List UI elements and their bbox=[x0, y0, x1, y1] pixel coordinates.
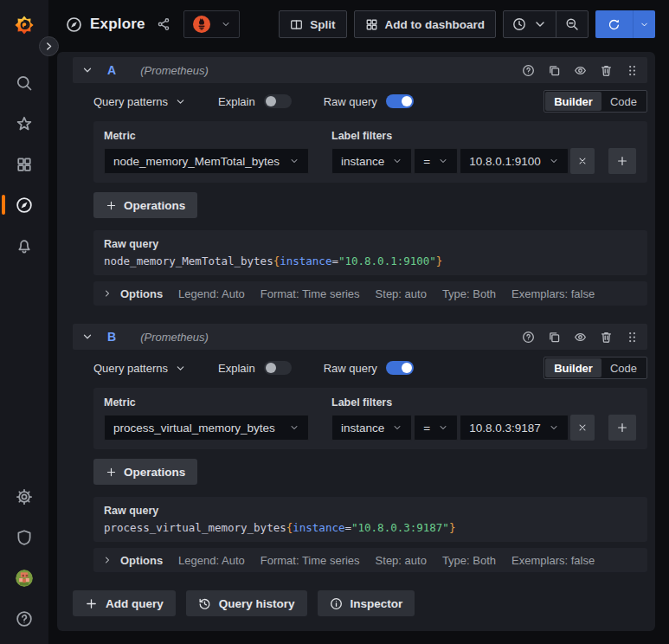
query-remove-button[interactable] bbox=[600, 331, 613, 344]
raw-close-brace: } bbox=[449, 521, 456, 534]
filter-operator-select[interactable]: = bbox=[414, 148, 458, 174]
metric-label: Metric bbox=[104, 396, 309, 409]
query-history-button[interactable]: Query history bbox=[186, 590, 307, 616]
chevron-down-icon bbox=[549, 156, 559, 166]
inspector-button[interactable]: Inspector bbox=[318, 590, 415, 616]
filter-key-select[interactable]: instance bbox=[331, 415, 412, 441]
add-filter-button[interactable] bbox=[608, 148, 636, 174]
explain-toggle[interactable] bbox=[264, 361, 292, 375]
refresh-button-group bbox=[595, 10, 655, 38]
raw-query-toggle[interactable] bbox=[386, 94, 414, 108]
metric-field-group: Metric node_memory_MemTotal_bytes bbox=[104, 130, 309, 174]
plus-icon bbox=[616, 155, 628, 167]
query-patterns-label: Query patterns bbox=[93, 362, 168, 375]
drag-handle-icon bbox=[626, 331, 639, 344]
chevron-down-icon bbox=[640, 20, 649, 29]
sidebar-item-profile[interactable] bbox=[0, 557, 48, 598]
chevron-down-icon bbox=[175, 96, 186, 107]
query-ref-id: B bbox=[107, 330, 116, 344]
query-a-actions bbox=[522, 64, 639, 77]
editor-mode-switch: Builder Code bbox=[544, 90, 647, 113]
options-type: Type: Both bbox=[442, 287, 496, 300]
add-query-button[interactable]: Add query bbox=[73, 590, 176, 616]
trash-icon bbox=[600, 331, 613, 344]
add-filter-button[interactable] bbox=[608, 415, 636, 441]
history-icon bbox=[198, 597, 211, 610]
add-operation-button[interactable]: Operations bbox=[93, 459, 197, 485]
query-patterns-dropdown[interactable]: Query patterns bbox=[93, 362, 186, 375]
explain-toggle[interactable] bbox=[264, 94, 292, 108]
options-type: Type: Both bbox=[442, 554, 496, 567]
options-format: Format: Time series bbox=[261, 287, 360, 300]
raw-query-panel: Raw query node_memory_MemTotal_bytes{ins… bbox=[93, 230, 647, 275]
add-panel-icon bbox=[365, 18, 378, 31]
builder-mode-button[interactable]: Builder bbox=[545, 92, 601, 111]
query-options-collapse[interactable]: Options Legend: Auto Format: Time series… bbox=[93, 548, 647, 572]
filter-value-select[interactable]: 10.8.0.3:9187 bbox=[460, 415, 569, 441]
remove-filter-button[interactable] bbox=[570, 148, 595, 174]
sidebar-item-help[interactable] bbox=[0, 598, 48, 639]
query-b-builder: Metric process_virtual_memory_bytes Labe… bbox=[93, 388, 647, 449]
zoom-out-button[interactable] bbox=[556, 11, 588, 37]
run-query-interval-button[interactable] bbox=[633, 10, 655, 38]
code-mode-button[interactable]: Code bbox=[601, 358, 646, 377]
options-legend: Legend: Auto bbox=[178, 287, 245, 300]
trash-icon bbox=[600, 64, 613, 77]
query-drag-handle[interactable] bbox=[626, 64, 639, 77]
sidebar-item-starred[interactable] bbox=[0, 103, 48, 144]
sidebar-item-explore[interactable] bbox=[0, 184, 48, 225]
query-patterns-label: Query patterns bbox=[93, 95, 168, 108]
plus-icon bbox=[106, 467, 117, 478]
sidebar-item-alerting[interactable] bbox=[0, 225, 48, 266]
builder-mode-button[interactable]: Builder bbox=[545, 358, 601, 377]
raw-label-value: "10.8.0.1:9100" bbox=[338, 254, 436, 267]
query-help-button[interactable] bbox=[522, 331, 535, 344]
query-help-button[interactable] bbox=[522, 64, 535, 77]
remove-filter-button[interactable] bbox=[570, 415, 595, 441]
add-operation-button[interactable]: Operations bbox=[93, 192, 197, 218]
sidebar-item-dashboards[interactable] bbox=[0, 144, 48, 184]
filter-operator-select[interactable]: = bbox=[414, 415, 458, 441]
topbar-actions: Split Add to dashboard bbox=[279, 10, 655, 38]
filter-key-select[interactable]: instance bbox=[331, 148, 412, 174]
share-button[interactable] bbox=[157, 17, 170, 31]
chevron-right-icon bbox=[102, 555, 113, 565]
sidebar-item-server-admin[interactable] bbox=[0, 517, 48, 557]
compass-icon bbox=[16, 196, 33, 214]
sidebar-nav-top bbox=[0, 62, 48, 266]
dashboards-grid-icon bbox=[16, 156, 33, 173]
query-ref-id: A bbox=[107, 63, 116, 77]
chevron-right-icon bbox=[102, 288, 113, 299]
query-disable-button[interactable] bbox=[574, 64, 587, 77]
metric-select[interactable]: process_virtual_memory_bytes bbox=[104, 415, 309, 441]
sidebar-expand-button[interactable] bbox=[39, 36, 59, 56]
add-to-dashboard-button[interactable]: Add to dashboard bbox=[354, 10, 497, 38]
metric-value: process_virtual_memory_bytes bbox=[113, 422, 275, 435]
sidebar-item-search[interactable] bbox=[0, 62, 48, 103]
code-mode-button[interactable]: Code bbox=[601, 92, 646, 111]
query-b-header[interactable]: B (Prometheus) bbox=[73, 324, 647, 350]
raw-query-toggle[interactable] bbox=[386, 361, 414, 375]
query-patterns-dropdown[interactable]: Query patterns bbox=[93, 95, 186, 108]
sidebar bbox=[0, 0, 48, 644]
query-options-collapse[interactable]: Options Legend: Auto Format: Time series… bbox=[93, 281, 647, 306]
sidebar-item-configuration[interactable] bbox=[0, 476, 48, 517]
close-icon bbox=[577, 422, 588, 433]
query-remove-button[interactable] bbox=[600, 64, 613, 77]
zoom-out-icon bbox=[565, 17, 579, 31]
query-duplicate-button[interactable] bbox=[548, 331, 561, 344]
datasource-picker[interactable] bbox=[183, 10, 240, 38]
plus-icon bbox=[106, 200, 117, 211]
query-drag-handle[interactable] bbox=[626, 331, 639, 344]
options-legend: Legend: Auto bbox=[178, 554, 245, 567]
query-disable-button[interactable] bbox=[574, 331, 587, 344]
search-icon bbox=[16, 74, 33, 92]
query-duplicate-button[interactable] bbox=[548, 64, 561, 77]
query-a-header[interactable]: A (Prometheus) bbox=[73, 57, 647, 83]
query-a-body: Query patterns Explain Raw query Builder… bbox=[93, 89, 647, 306]
metric-select[interactable]: node_memory_MemTotal_bytes bbox=[104, 148, 309, 174]
filter-value-select[interactable]: 10.8.0.1:9100 bbox=[460, 148, 569, 174]
time-picker-button[interactable] bbox=[504, 11, 556, 37]
split-button[interactable]: Split bbox=[279, 10, 346, 38]
run-query-button[interactable] bbox=[595, 10, 633, 38]
